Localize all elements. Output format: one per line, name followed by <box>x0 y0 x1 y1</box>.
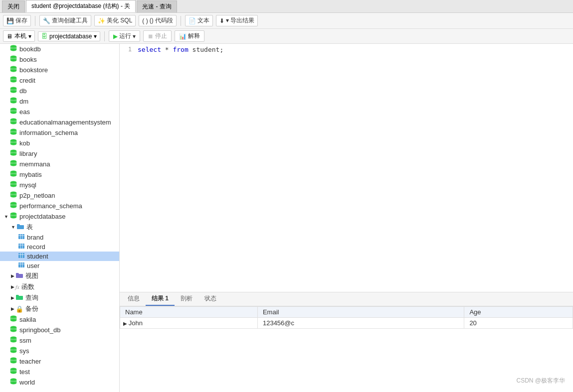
folder-backup-icon: 🔒 <box>15 305 23 313</box>
sidebar-item-sys[interactable]: sys <box>0 346 119 356</box>
sidebar-label: 视图 <box>25 271 38 280</box>
tab-bar: 关闭 student @projectdatabase (结构) - 关 光速 … <box>0 0 573 13</box>
sidebar-label: sakila <box>19 316 36 323</box>
table-row[interactable]: ▶ John 123456@c 20 <box>120 318 573 329</box>
tab-student[interactable]: student @projectdatabase (结构) - 关 <box>26 0 136 12</box>
svg-point-67 <box>10 185 16 187</box>
sidebar-label: 表 <box>26 223 33 232</box>
stop-icon: ⏹ <box>148 33 154 40</box>
svg-point-27 <box>10 101 16 103</box>
svg-point-72 <box>10 195 16 197</box>
sidebar-item-test[interactable]: test <box>0 367 119 377</box>
query-build-button[interactable]: 🔧 查询创建工具 <box>39 15 91 26</box>
sidebar-item-kob[interactable]: kob <box>0 138 119 148</box>
conn-sep <box>104 31 105 41</box>
sidebar-item-查询[interactable]: ▶ 查询 <box>0 292 119 303</box>
tab-query[interactable]: 光速 - 查询 <box>137 0 177 12</box>
sidebar-label: mybatis <box>19 171 42 178</box>
svg-point-128 <box>10 372 16 374</box>
sidebar-item-bookstore[interactable]: bookstore <box>0 65 119 75</box>
sidebar-item-performance_schema[interactable]: performance_schema <box>0 201 119 211</box>
sidebar-item-视图[interactable]: ▶ 视图 <box>0 270 119 281</box>
sidebar-item-sakila[interactable]: sakila <box>0 314 119 325</box>
db-icon <box>9 347 17 355</box>
folder-table-icon <box>16 223 24 231</box>
sidebar-item-books[interactable]: books <box>0 54 119 65</box>
tab-status[interactable]: 状态 <box>198 292 222 306</box>
db-icon <box>9 315 17 324</box>
svg-point-57 <box>10 164 16 166</box>
tab-result1[interactable]: 结果 1 <box>146 292 175 306</box>
local-select[interactable]: 🖥 本机 ▾ <box>3 30 35 42</box>
svg-point-2 <box>10 49 16 51</box>
svg-point-17 <box>10 80 16 82</box>
sidebar-item-memmana[interactable]: memmana <box>0 159 119 169</box>
sidebar-item-ssm[interactable]: ssm <box>0 335 119 346</box>
sidebar-item-eas[interactable]: eas <box>0 107 119 117</box>
sidebar-item-springboot_db[interactable]: springboot_db <box>0 325 119 335</box>
sidebar-item-world[interactable]: world <box>0 377 119 388</box>
sql-editor[interactable]: 1 select * from student; <box>120 44 573 292</box>
sidebar-label: library <box>19 150 37 157</box>
col-name: Name <box>120 307 258 318</box>
collapse-folder-arrow-icon: ▶ <box>11 306 14 311</box>
sidebar-item-表[interactable]: ▼ 表 <box>0 222 119 233</box>
header-row: Name Email Age <box>120 307 573 318</box>
beautify-button[interactable]: ✨ 美化 SQL <box>94 15 136 26</box>
sidebar-item-teacher[interactable]: teacher <box>0 356 119 367</box>
text-button[interactable]: 📄 文本 <box>185 15 213 26</box>
tab-profile[interactable]: 剖析 <box>175 292 198 306</box>
sidebar-item-credit[interactable]: credit <box>0 75 119 86</box>
db-select[interactable]: 🗄 projectdatabase ▾ <box>38 31 100 41</box>
save-button[interactable]: 💾 保存 <box>3 15 31 26</box>
run-icon: ▶ <box>113 33 118 40</box>
table-icon <box>18 262 25 269</box>
sidebar-item-函数[interactable]: ▶𝑓𝑥函数 <box>0 281 119 292</box>
sidebar-label: springboot_db <box>19 326 60 334</box>
sidebar-item-brand[interactable]: brand <box>0 233 119 242</box>
sidebar-item-user[interactable]: user <box>0 261 119 270</box>
tab-info[interactable]: 信息 <box>122 292 146 306</box>
sidebar-item-mybatis[interactable]: mybatis <box>0 169 119 180</box>
sidebar-item-student[interactable]: student <box>0 252 119 261</box>
svg-point-103 <box>10 319 16 321</box>
table-body: ▶ John 123456@c 20 <box>120 318 573 329</box>
sidebar-item-备份[interactable]: ▶🔒备份 <box>0 303 119 314</box>
sidebar-item-bookdb[interactable]: bookdb <box>0 44 119 54</box>
sql-keyword-from: from <box>173 46 188 53</box>
sidebar-item-educationalmanagementsystem[interactable]: educationalmanagementsystem <box>0 117 119 128</box>
run-chevron-icon: ▾ <box>133 33 136 40</box>
svg-point-118 <box>10 351 16 353</box>
sql-star: * <box>165 46 173 53</box>
svg-rect-85 <box>18 234 24 239</box>
db-icon <box>9 76 17 85</box>
sidebar-item-mysql[interactable]: mysql <box>0 180 119 190</box>
sidebar-label: brand <box>27 234 43 241</box>
folder-query-icon <box>15 294 23 302</box>
db-icon <box>9 326 17 334</box>
db-icon <box>9 181 17 189</box>
code-segment-button[interactable]: ( ) () 代码段 <box>139 15 177 26</box>
stop-button[interactable]: ⏹ 停止 <box>143 30 172 42</box>
sidebar-item-library[interactable]: library <box>0 148 119 159</box>
db-icon <box>9 55 17 64</box>
cell-email: 123456@c <box>257 318 464 329</box>
watermark: CSDN @极客李华 <box>516 377 565 385</box>
sidebar-item-information_schema[interactable]: information_schema <box>0 128 119 138</box>
sidebar-item-p2p_netloan[interactable]: p2p_netloan <box>0 190 119 201</box>
run-button[interactable]: ▶ 运行 ▾ <box>109 30 140 42</box>
sidebar-item-db[interactable]: db <box>0 86 119 96</box>
tab-close[interactable]: 关闭 <box>2 0 25 12</box>
sidebar-item-dm[interactable]: dm <box>0 96 119 107</box>
explain-button[interactable]: 📊 解释 <box>175 30 204 42</box>
svg-point-47 <box>10 143 16 145</box>
db-icon <box>9 202 17 210</box>
results-tabs: 信息 结果 1 剖析 状态 <box>120 292 573 306</box>
export-button[interactable]: ⬇ ▾ 导出结果 <box>216 15 258 26</box>
svg-point-37 <box>10 122 16 124</box>
monitor-icon: 🖥 <box>6 33 12 40</box>
results-panel: 信息 结果 1 剖析 状态 Name Email Age <box>120 292 573 392</box>
sidebar-item-projectdatabase[interactable]: ▼ projectdatabase <box>0 211 119 222</box>
sidebar-item-record[interactable]: record <box>0 242 119 252</box>
sidebar-label: mysql <box>19 181 36 189</box>
